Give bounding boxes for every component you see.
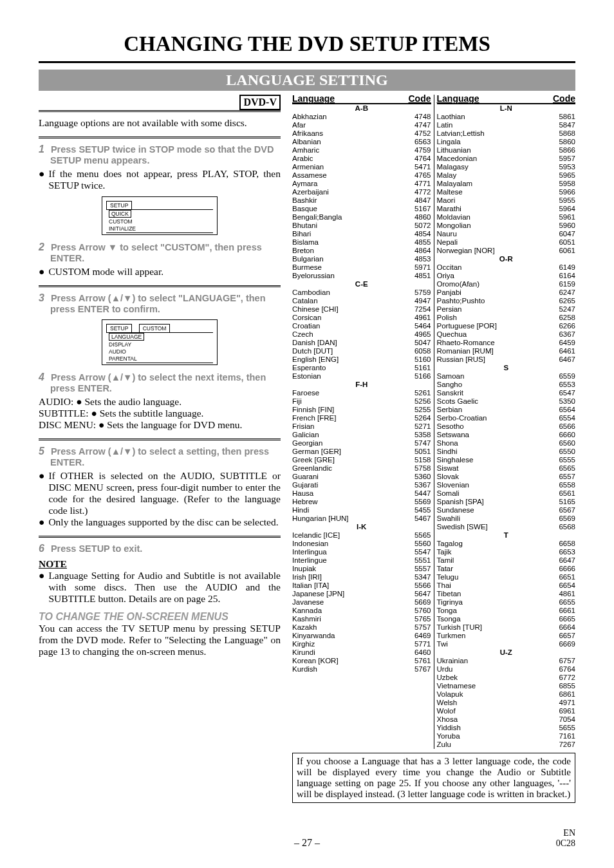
step-6: 6Press SETUP to exit.: [50, 543, 281, 554]
lang-row: Armenian5471: [292, 163, 431, 171]
change-menus-body: You can access the TV SETUP menu by pres…: [39, 623, 281, 657]
lang-col-1: LanguageCode A-BAbkhazian4748Afar4747Afr…: [292, 95, 434, 749]
diagram-setup-2: SETUP CUSTOM LANGUAGE DISPLAY AUDIO PARE…: [102, 319, 218, 365]
lang-row: Hindi5455: [292, 506, 431, 514]
double-rule-2: [39, 137, 281, 138]
lang-row: Turkish [TUR]6664: [437, 623, 576, 632]
lang-row: Welsh4971: [437, 699, 576, 707]
lang-row: Esperanto5161: [292, 364, 431, 372]
step-1: 1Press SETUP twice in STOP mode so that …: [50, 144, 281, 165]
lang-row: Amharic4759: [292, 146, 431, 155]
change-menus-heading: TO CHANGE THE ON-SCREEN MENUS: [39, 611, 281, 623]
lang-row: Tsonga6665: [437, 615, 576, 623]
step-3: 3Press Arrow (▲/▼) to select "LANGUAGE",…: [50, 292, 281, 314]
lang-group: I-K: [292, 523, 431, 531]
right-column: LanguageCode A-BAbkhazian4748Afar4747Afr…: [292, 95, 575, 803]
lang-row: Bislama4855: [292, 238, 431, 247]
lang-row: Bhutani5072: [292, 222, 431, 230]
lang-row: Urdu6764: [437, 665, 576, 674]
lang-row: Lithuanian5866: [437, 146, 576, 155]
lang-row: French [FRE]5264: [292, 414, 431, 422]
lang-row: Siswat6565: [437, 464, 576, 473]
lang-row: Interlingua5547: [292, 548, 431, 556]
lang-row: Estonian5166: [292, 372, 431, 381]
dvd-badge: DVD-V: [239, 95, 281, 110]
lang-row: Latin5847: [437, 121, 576, 129]
lang-row: Sesotho6566: [437, 422, 576, 431]
step-5: 5Press Arrow (▲/▼) to select a setting, …: [50, 446, 281, 467]
lang-row: Maori5955: [437, 196, 576, 205]
lang-group: O-R: [437, 255, 576, 263]
lang-row: Marathi5964: [437, 205, 576, 213]
lang-group: C-E: [292, 280, 431, 288]
lang-row: Samoan6559: [437, 372, 576, 381]
lang-row: Tibetan4861: [437, 590, 576, 598]
lang-row: Lingala5860: [437, 138, 576, 146]
lang-row: Turkmen6657: [437, 632, 576, 640]
lang-row: Azerbaijani4772: [292, 188, 431, 196]
lang-row: Norwegian [NOR]6061: [437, 247, 576, 255]
lang-row: Tonga6661: [437, 607, 576, 615]
lang-row: Kazakh5757: [292, 623, 431, 632]
lang-row: Hebrew5569: [292, 498, 431, 506]
page-title: CHANGING THE DVD SETUP ITEMS: [39, 32, 575, 56]
lang-row: Afrikaans4752: [292, 129, 431, 138]
step5-note2: ●Only the languages supported by the dis…: [39, 516, 281, 528]
lang-row: Macedonian5957: [437, 155, 576, 163]
lang-row: Kannada5760: [292, 607, 431, 615]
lang-row: Quechua6367: [437, 330, 576, 339]
diagram-setup-1: SETUP QUICK CUSTOM INITIALIZE: [102, 196, 218, 235]
lang-row: Oriya6164: [437, 272, 576, 280]
lang-row: Indonesian5560: [292, 540, 431, 548]
lang-row: Sindhi6550: [437, 448, 576, 456]
lang-group: S: [437, 364, 576, 372]
lang-row: Afar4747: [292, 121, 431, 129]
step1-note: ●If the menu does not appear, press PLAY…: [39, 168, 281, 191]
lang-row: Romanian [RUM]6461: [437, 347, 576, 355]
lang-row: Croatian5464: [292, 322, 431, 330]
lang-row: Tigrinya6655: [437, 598, 576, 607]
lang-row: Occitan6149: [437, 263, 576, 272]
lang-row: Cambodian5759: [292, 288, 431, 297]
lang-row: Oromo(Afan)6159: [437, 280, 576, 288]
lang-row: Panjabi6247: [437, 288, 576, 297]
lang-row: Pashto;Pushto6265: [437, 297, 576, 305]
lang-row: Hungarian [HUN]5467: [292, 514, 431, 523]
lang-row: Mongolian5960: [437, 222, 576, 230]
lang-row: Russian [RUS]6467: [437, 355, 576, 364]
lang-row: Laothian5861: [437, 113, 576, 121]
lang-row: Twi6669: [437, 640, 576, 648]
lang-row: Slovak6557: [437, 473, 576, 481]
lang-row: Scots Gaelic5350: [437, 397, 576, 406]
lang-row: Setswana6660: [437, 431, 576, 439]
def-audio: AUDIO: ● Sets the audio language.: [39, 396, 281, 408]
note-heading: NOTE: [39, 558, 281, 570]
double-rule-4: [39, 439, 281, 440]
lang-row: Zulu7267: [437, 741, 576, 749]
lang-row: Kinyarwanda6469: [292, 632, 431, 640]
lang-row: Malay5965: [437, 171, 576, 180]
lang-row: Finnish [FIN]5255: [292, 406, 431, 414]
section-bar: LANGUAGE SETTING: [39, 70, 575, 91]
language-table: LanguageCode A-BAbkhazian4748Afar4747Afr…: [292, 95, 575, 749]
lang-row: English [ENG]5160: [292, 355, 431, 364]
lang-row: Xhosa7054: [437, 715, 576, 724]
lang-row: Italian [ITA]5566: [292, 581, 431, 590]
lang-row: Guarani5360: [292, 473, 431, 481]
lang-row: Assamese4765: [292, 171, 431, 180]
lang-row: Arabic4764: [292, 155, 431, 163]
lang-row: Dutch [DUT]6058: [292, 347, 431, 355]
double-rule-5: [39, 536, 281, 538]
lang-row: Bashkir4847: [292, 196, 431, 205]
lang-row: Swahili6569: [437, 514, 576, 523]
lang-row: Bulgarian4853: [292, 255, 431, 263]
lang-row: Tatar6666: [437, 565, 576, 573]
lang-row: Volapuk6861: [437, 690, 576, 699]
lang-row: Moldavian5961: [437, 213, 576, 222]
title-rule: [39, 61, 575, 63]
lang-row: Irish [IRI]5347: [292, 573, 431, 581]
lang-row: Yiddish5655: [437, 724, 576, 732]
lang-row: Japanese [JPN]5647: [292, 590, 431, 598]
lang-row: Faroese5261: [292, 389, 431, 397]
double-rule-1: [39, 110, 281, 112]
